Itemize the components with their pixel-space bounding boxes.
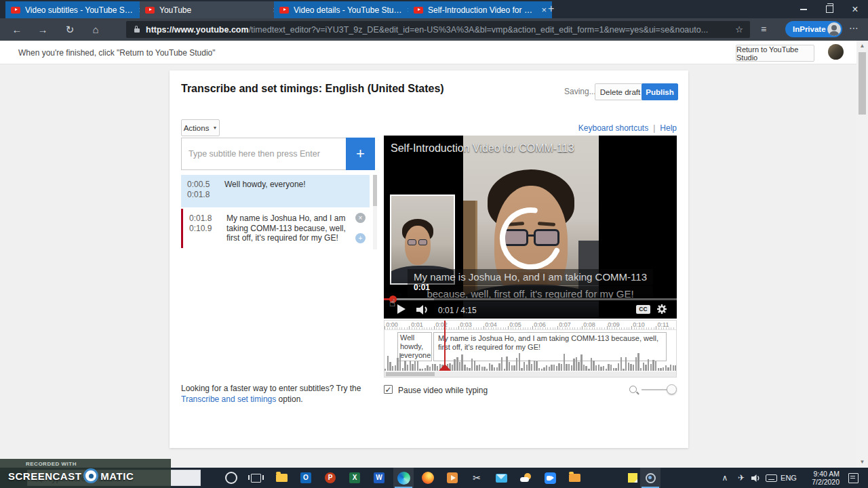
minimize-icon	[800, 9, 807, 10]
add-subtitle-button[interactable]: +	[346, 138, 375, 170]
list-scrollbar[interactable]	[373, 175, 377, 249]
tab-self-introduction[interactable]: Self-Introduction Video for COM ×	[408, 1, 552, 18]
scroll-down-icon[interactable]: ▼	[856, 457, 868, 468]
tab-video-subtitles[interactable]: Video subtitles - YouTube Studio ×	[5, 1, 149, 18]
scroll-up-icon[interactable]: ▲	[856, 41, 868, 52]
new-tab-button[interactable]: +	[548, 3, 554, 15]
link-separator: |	[653, 123, 655, 133]
window-close-button[interactable]: ×	[842, 0, 868, 18]
tab-youtube[interactable]: YouTube ×	[140, 1, 283, 18]
play-button[interactable]	[397, 304, 406, 314]
snipping-tool-icon[interactable]: ✂	[467, 468, 487, 488]
tab-label: Video subtitles - YouTube Studio	[25, 5, 134, 15]
cue-end-time: 0:01.8	[187, 190, 214, 200]
caret-down-icon: ▼	[212, 125, 217, 130]
browser-menu-icon[interactable]: ⋯	[849, 22, 859, 33]
url-field[interactable]: https://www.youtube.com /timedtext_edito…	[126, 21, 750, 38]
editor-card: Transcribe and set timings: English (Uni…	[170, 70, 688, 448]
firefox-icon[interactable]	[418, 468, 438, 488]
restore-icon	[826, 5, 833, 13]
youtube-favicon	[414, 7, 423, 14]
actions-dropdown[interactable]: Actions ▼	[181, 119, 220, 136]
help-link[interactable]: Help	[660, 123, 677, 133]
delete-draft-button[interactable]: Delete draft	[595, 83, 646, 100]
powerpoint-icon[interactable]: P	[320, 468, 340, 488]
cue-text[interactable]: Well howdy, everyone!	[224, 180, 364, 190]
settings-gear-icon[interactable]	[656, 304, 667, 314]
scrub-time-tooltip: 0:01	[414, 283, 430, 292]
subtitle-input-wrap	[181, 138, 347, 170]
insert-cue-icon[interactable]: +	[355, 233, 366, 243]
page-scrollbar[interactable]: ▲ ▼	[856, 41, 868, 468]
subtitle-row-1[interactable]: 0:00.5 0:01.8 Well howdy, everyone!	[181, 175, 370, 207]
page-title: Transcribe and set timings: English (Uni…	[181, 83, 444, 95]
outlook-icon[interactable]: O	[296, 468, 316, 488]
add-favorite-star-icon[interactable]: ☆	[735, 24, 743, 35]
inprivate-badge[interactable]: InPrivate	[785, 21, 842, 37]
back-icon[interactable]: ←	[8, 24, 26, 35]
pip-glasses	[408, 239, 416, 245]
zoom-magnifier-icon	[629, 386, 637, 393]
favorites-hub-icon[interactable]: ≡	[761, 24, 766, 35]
transcribe-link[interactable]: Transcribe and set timings	[181, 394, 276, 404]
studio-message: When you're finished, click "Return to Y…	[18, 48, 216, 58]
playhead-line[interactable]	[444, 321, 446, 371]
captions-toggle-button[interactable]: CC	[636, 305, 650, 314]
forward-icon[interactable]: →	[34, 24, 52, 35]
youtube-favicon	[11, 7, 20, 14]
return-to-studio-button[interactable]: Return to YouTube Studio	[736, 45, 814, 62]
timing-timeline[interactable]: 0:00 0:01 0:02 0:03 0:04 0:05 0:06 0:07 …	[384, 320, 677, 378]
video-title-overlay[interactable]: Self-Introduction Video for COMM-113	[391, 142, 574, 155]
file-explorer-icon[interactable]	[271, 468, 292, 488]
subtitle-row-2[interactable]: 0:01.8 0:10.9 My name is Joshua Ho, and …	[181, 209, 370, 248]
language-indicator[interactable]: ENG	[777, 468, 800, 488]
media-app-icon[interactable]	[442, 468, 462, 488]
actions-label: Actions	[184, 124, 210, 132]
subtitle-input[interactable]	[182, 138, 346, 169]
cue-start-time: 0:01.8	[189, 214, 216, 224]
cortana-icon[interactable]	[221, 468, 241, 488]
refresh-icon[interactable]: ↻	[61, 24, 79, 36]
pip-glasses	[418, 239, 427, 245]
keyboard-shortcuts-link[interactable]: Keyboard shortcuts	[578, 123, 648, 133]
excel-icon[interactable]: X	[344, 468, 365, 488]
window-minimize-button[interactable]	[791, 0, 816, 18]
remove-cue-icon[interactable]: ×	[355, 213, 366, 223]
timeline-scrollbar-thumb[interactable]	[386, 372, 435, 376]
zoom-app-icon[interactable]	[540, 468, 560, 488]
window-restore-button[interactable]	[816, 0, 842, 18]
tab-close-icon[interactable]: ×	[541, 5, 547, 15]
pause-while-typing-label: Pause video while typing	[398, 386, 488, 395]
list-scrollbar-thumb[interactable]	[373, 175, 377, 206]
progress-bar[interactable]	[384, 298, 677, 300]
mouse-cursor-icon: ☝	[389, 297, 395, 309]
cue-text[interactable]: My name is Joshua Ho, and I am taking CO…	[226, 214, 347, 243]
cue-end-time: 0:10.9	[189, 224, 216, 234]
volume-icon[interactable]	[416, 305, 430, 314]
edge-taskbar-icon[interactable]	[393, 468, 414, 488]
playhead-handle[interactable]	[439, 364, 451, 371]
action-center-icon[interactable]	[843, 468, 863, 488]
waveform	[384, 352, 676, 371]
mail-icon[interactable]	[491, 468, 511, 488]
page-scrollbar-thumb[interactable]	[859, 52, 866, 115]
url-path: /timedtext_editor?v=iYU3T_9z_DE&edit_id=…	[249, 25, 730, 35]
word-icon[interactable]: W	[369, 468, 389, 488]
watermark-brand: SCREENCAST MATIC	[8, 468, 134, 483]
timeline-scrollbar[interactable]	[384, 371, 676, 377]
weather-icon[interactable]	[515, 468, 536, 488]
home-icon[interactable]: ⌂	[87, 24, 104, 35]
lock-icon	[134, 28, 140, 33]
task-view-icon[interactable]	[245, 468, 266, 488]
account-avatar[interactable]	[828, 44, 844, 60]
timeline-zoom-slider-knob[interactable]	[667, 384, 677, 394]
toolbar-links: Keyboard shortcuts | Help	[578, 123, 677, 133]
publish-button[interactable]: Publish	[642, 83, 678, 100]
pause-while-typing-checkbox[interactable]: ✓	[384, 385, 393, 394]
url-domain: https://www.youtube.com	[146, 25, 249, 35]
screen-recorder-icon[interactable]	[640, 468, 660, 488]
folder-app-icon[interactable]	[564, 468, 585, 488]
tab-video-details[interactable]: Video details - YouTube Studio ×	[274, 1, 418, 18]
taskbar-clock[interactable]: 9:40 AM 7/2/2020	[804, 470, 840, 486]
video-player[interactable]: Self-Introduction Video for COMM-113 My …	[384, 136, 677, 319]
